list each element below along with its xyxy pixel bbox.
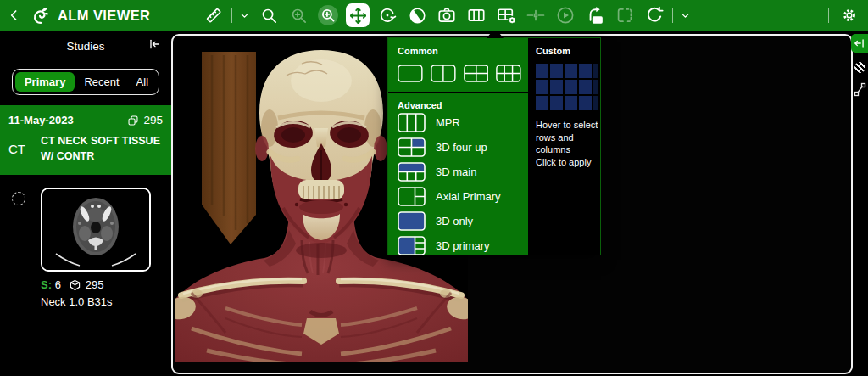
- axial-primary-icon: [398, 187, 426, 206]
- layout-popup-custom: Custom Hover to select rows and columns …: [528, 38, 600, 255]
- custom-grid-cell[interactable]: [565, 96, 577, 110]
- series-thumbnail[interactable]: [41, 188, 151, 272]
- custom-grid-hint: Hover to select rows and columns Click t…: [536, 119, 598, 168]
- cine-play-icon[interactable]: [554, 3, 577, 27]
- ruler-menu-chevron-icon[interactable]: [238, 3, 251, 27]
- custom-grid-cell[interactable]: [579, 80, 592, 94]
- custom-grid-cell-partial[interactable]: [593, 80, 598, 94]
- layout-popup: Common Advanced MPR 3D four up 3D main A…: [387, 37, 601, 255]
- expand-right-panel-button[interactable]: [851, 34, 868, 53]
- layout-grid-settings-icon[interactable]: [494, 3, 518, 27]
- tab-recent[interactable]: Recent: [76, 72, 126, 92]
- custom-grid-cell-partial[interactable]: [593, 96, 598, 110]
- custom-grid-cell[interactable]: [536, 64, 548, 78]
- custom-section-label: Custom: [536, 46, 600, 56]
- toolbar-separator: [672, 8, 673, 23]
- screenshot-camera-icon[interactable]: [435, 3, 459, 27]
- reset-icon[interactable]: [643, 3, 666, 27]
- menu-item-mpr[interactable]: MPR: [398, 110, 528, 135]
- custom-grid: [536, 64, 600, 110]
- zoom-in-icon[interactable]: [287, 3, 310, 27]
- top-toolbar: ALM VIEWER: [0, 0, 868, 31]
- custom-grid-cell[interactable]: [536, 96, 548, 110]
- custom-grid-cell[interactable]: [550, 64, 563, 78]
- rotate-3d-icon[interactable]: [376, 3, 399, 27]
- cube-icon: [70, 279, 81, 291]
- toolbar-tools: [202, 0, 692, 31]
- layout-1x1-icon[interactable]: [398, 64, 423, 83]
- study-card[interactable]: 11-May-2023 295 CT CT NECK SOFT TISSUE W…: [0, 105, 171, 175]
- 3d-four-up-icon: [398, 137, 426, 157]
- 3d-only-icon: [398, 211, 426, 231]
- copies-icon: [127, 115, 139, 126]
- layout-1x2-icon[interactable]: [431, 64, 456, 83]
- settings-gear-icon[interactable]: [837, 3, 861, 27]
- rotate-object-icon[interactable]: [583, 3, 607, 27]
- study-filter-tabs: Primary Recent All: [12, 69, 159, 95]
- studies-sidebar: Studies Primary Recent All 11-May-2023 2…: [0, 31, 171, 376]
- app-title: ALM VIEWER: [58, 8, 150, 24]
- layout-2x3-icon[interactable]: [496, 64, 521, 83]
- common-section-label: Common: [398, 46, 528, 56]
- expand-left-icon: [854, 38, 865, 48]
- menu-item-axial-primary[interactable]: Axial Primary: [398, 184, 528, 209]
- study-card-bottom-row: CT CT NECK SOFT TISSUE W/ CONTR: [8, 134, 163, 164]
- menu-item-3d-primary[interactable]: 3D primary: [398, 233, 528, 258]
- series-s-label: S:: [41, 278, 52, 291]
- mpr-layout-icon[interactable]: [465, 3, 488, 27]
- alm-logo-leaf-icon: [29, 4, 52, 27]
- ruler-icon[interactable]: [202, 3, 225, 27]
- study-date: 11-May-2023: [8, 114, 74, 126]
- custom-grid-cell-partial[interactable]: [593, 64, 598, 78]
- axial-ct-thumbnail-image: [42, 189, 149, 270]
- menu-item-3d-main[interactable]: 3D main: [398, 160, 528, 184]
- 3d-main-icon: [398, 162, 426, 182]
- menu-item-3d-four-up[interactable]: 3D four up: [398, 135, 528, 160]
- popup-divider: [388, 92, 528, 93]
- tab-primary[interactable]: Primary: [15, 72, 75, 92]
- menu-item-3d-only[interactable]: 3D only: [398, 209, 528, 233]
- search-icon[interactable]: [257, 3, 281, 27]
- toolbar-separator: [231, 8, 232, 23]
- sidebar-title: Studies: [0, 40, 171, 53]
- series-name: Neck 1.0 B31s: [41, 295, 171, 308]
- measure-line-tool-icon[interactable]: [854, 81, 866, 98]
- custom-grid-cell[interactable]: [536, 80, 548, 94]
- series-loading-circle-icon: [12, 192, 25, 205]
- custom-grid-cell[interactable]: [565, 64, 577, 78]
- clip-volume-icon[interactable]: [613, 3, 637, 27]
- mpr-columns-icon: [398, 113, 426, 132]
- series-s-value: 6: [55, 278, 61, 291]
- layout-2x2-icon[interactable]: [464, 64, 489, 83]
- custom-grid-cell[interactable]: [550, 80, 563, 94]
- sidebar-header: Studies: [0, 31, 171, 57]
- back-icon[interactable]: [3, 3, 25, 27]
- tab-all[interactable]: All: [129, 72, 156, 92]
- 3d-primary-icon: [398, 236, 426, 255]
- custom-grid-cell[interactable]: [579, 96, 592, 110]
- reference-lines-icon[interactable]: [524, 3, 548, 27]
- hatched-sphere-tool-icon[interactable]: [854, 62, 865, 73]
- series-image-count: 295: [86, 278, 104, 291]
- custom-grid-cell[interactable]: [550, 96, 563, 110]
- common-layouts-row: [398, 64, 521, 83]
- alm-viewer-app: { "app": { "title": "ALM VIEWER" }, "too…: [0, 0, 868, 376]
- study-modality: CT: [8, 142, 41, 156]
- study-image-count: 295: [127, 114, 163, 126]
- collapse-sidebar-icon[interactable]: [147, 38, 161, 50]
- settings-area: [828, 0, 861, 31]
- study-card-top-row: 11-May-2023 295: [8, 114, 163, 126]
- custom-grid-cell[interactable]: [579, 64, 592, 78]
- custom-grid-cell[interactable]: [565, 80, 577, 94]
- right-rail: [853, 31, 868, 376]
- contrast-icon[interactable]: [405, 3, 429, 27]
- zoom-preset-icon[interactable]: [316, 3, 340, 27]
- advanced-section-label: Advanced: [398, 100, 528, 110]
- study-description: CT NECK SOFT TISSUE W/ CONTR: [41, 134, 163, 164]
- layout-popup-presets: Common Advanced MPR 3D four up 3D main A…: [388, 38, 528, 255]
- pan-tool-icon[interactable]: [346, 3, 370, 27]
- series-stats: S: 6 295: [41, 278, 171, 291]
- toolbar-separator: [828, 8, 829, 23]
- reset-menu-chevron-icon[interactable]: [679, 3, 692, 27]
- series-thumbnail-region: S: 6 295 Neck 1.0 B31s: [0, 188, 171, 308]
